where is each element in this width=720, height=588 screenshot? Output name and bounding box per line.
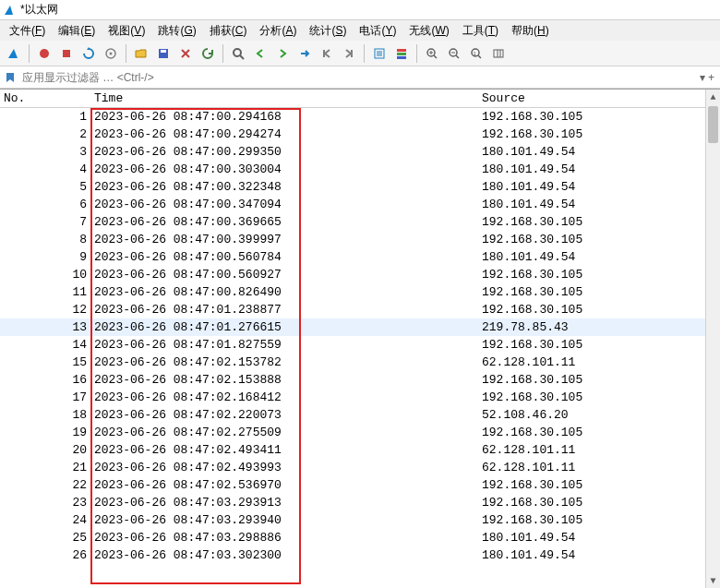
table-row[interactable]: 102023-06-26 08:47:00.560927192.168.30.1…	[0, 266, 720, 283]
cell-time: 2023-06-26 08:47:03.302300	[90, 548, 478, 562]
cell-time: 2023-06-26 08:47:02.153782	[90, 355, 478, 369]
packet-list-header: No. Time Source	[0, 90, 720, 108]
svg-point-6	[234, 49, 241, 56]
window-title: *以太网	[20, 2, 58, 18]
cell-source: 192.168.30.105	[478, 390, 720, 404]
scroll-up-arrow-icon[interactable]: ▲	[706, 90, 720, 104]
menu-item[interactable]: 电话(Y)	[354, 21, 402, 41]
menu-item[interactable]: 捕获(C)	[204, 21, 253, 41]
resize-columns-icon[interactable]	[488, 43, 509, 64]
table-row[interactable]: 132023-06-26 08:47:01.276615219.78.85.43	[0, 318, 720, 336]
menu-item[interactable]: 编辑(E)	[53, 21, 101, 41]
zoom-reset-icon[interactable]: 1	[466, 43, 486, 64]
save-icon[interactable]	[153, 43, 174, 64]
cell-source: 180.101.49.54	[478, 145, 720, 159]
restart-capture-icon[interactable]	[78, 43, 99, 64]
cell-source: 192.168.30.105	[478, 110, 720, 124]
table-row[interactable]: 22023-06-26 08:47:00.294274192.168.30.10…	[0, 126, 720, 143]
toolbar-separator	[222, 44, 223, 63]
prev-icon[interactable]	[250, 43, 270, 64]
table-row[interactable]: 182023-06-26 08:47:02.22007352.108.46.20	[0, 406, 720, 424]
table-row[interactable]: 242023-06-26 08:47:03.293940192.168.30.1…	[0, 511, 720, 529]
table-row[interactable]: 122023-06-26 08:47:01.238877192.168.30.1…	[0, 301, 720, 318]
table-row[interactable]: 162023-06-26 08:47:02.153888192.168.30.1…	[0, 371, 720, 389]
scrollbar-thumb[interactable]	[708, 106, 718, 143]
cell-no: 12	[0, 303, 90, 317]
table-row[interactable]: 72023-06-26 08:47:00.369665192.168.30.10…	[0, 213, 720, 231]
svg-rect-9	[397, 49, 406, 52]
menu-item[interactable]: 统计(S)	[304, 21, 352, 41]
table-row[interactable]: 52023-06-26 08:47:00.322348180.101.49.54	[0, 178, 720, 196]
column-header-time[interactable]: Time	[90, 91, 478, 105]
goto-icon[interactable]	[294, 43, 315, 64]
table-row[interactable]: 212023-06-26 08:47:02.49399362.128.101.1…	[0, 459, 720, 476]
cell-no: 22	[0, 478, 90, 492]
auto-scroll-icon[interactable]	[369, 43, 390, 64]
table-row[interactable]: 252023-06-26 08:47:03.298886180.101.49.5…	[0, 529, 720, 546]
svg-point-3	[110, 52, 113, 54]
table-row[interactable]: 12023-06-26 08:47:00.294168192.168.30.10…	[0, 108, 720, 126]
table-row[interactable]: 42023-06-26 08:47:00.303004180.101.49.54	[0, 161, 720, 178]
table-row[interactable]: 142023-06-26 08:47:01.827559192.168.30.1…	[0, 336, 720, 354]
zoom-out-icon[interactable]	[444, 43, 464, 64]
cell-no: 15	[0, 355, 90, 369]
cell-no: 20	[0, 443, 90, 457]
menu-bar: 文件(F)编辑(E)视图(V)跳转(G)捕获(C)分析(A)统计(S)电话(Y)…	[0, 20, 720, 41]
cell-source: 180.101.49.54	[478, 548, 720, 562]
menu-item[interactable]: 分析(A)	[254, 21, 302, 41]
menu-item[interactable]: 帮助(H)	[506, 21, 555, 41]
toolbar-separator	[364, 44, 365, 63]
filter-dropdown-icon[interactable]: ▾ +	[696, 71, 718, 84]
column-header-no[interactable]: No.	[0, 91, 90, 105]
menu-item[interactable]: 工具(T)	[457, 21, 504, 41]
table-row[interactable]: 112023-06-26 08:47:00.826490192.168.30.1…	[0, 283, 720, 301]
close-file-icon[interactable]	[175, 43, 196, 64]
capture-options-icon[interactable]	[101, 43, 121, 64]
menu-item[interactable]: 无线(W)	[403, 21, 454, 41]
column-header-source[interactable]: Source	[478, 91, 720, 105]
first-icon[interactable]	[317, 43, 337, 64]
vertical-scrollbar[interactable]: ▲ ▼	[705, 90, 720, 588]
cell-source: 192.168.30.105	[478, 285, 720, 299]
filter-bookmark-icon[interactable]	[2, 69, 18, 86]
start-capture-icon[interactable]	[34, 43, 54, 64]
table-row[interactable]: 192023-06-26 08:47:02.275509192.168.30.1…	[0, 424, 720, 441]
table-row[interactable]: 32023-06-26 08:47:00.299350180.101.49.54	[0, 143, 720, 161]
table-row[interactable]: 222023-06-26 08:47:02.536970192.168.30.1…	[0, 476, 720, 494]
svg-text:1: 1	[474, 50, 477, 55]
cell-no: 7	[0, 215, 90, 229]
table-row[interactable]: 152023-06-26 08:47:02.15378262.128.101.1…	[0, 354, 720, 371]
table-row[interactable]: 262023-06-26 08:47:03.302300180.101.49.5…	[0, 546, 720, 564]
cell-no: 2	[0, 127, 90, 141]
menu-item[interactable]: 文件(F)	[4, 21, 51, 41]
table-row[interactable]: 62023-06-26 08:47:00.347094180.101.49.54	[0, 196, 720, 213]
table-row[interactable]: 82023-06-26 08:47:00.399997192.168.30.10…	[0, 231, 720, 248]
stop-capture-icon[interactable]	[56, 43, 77, 64]
zoom-in-icon[interactable]	[422, 43, 442, 64]
table-row[interactable]: 172023-06-26 08:47:02.168412192.168.30.1…	[0, 389, 720, 406]
find-icon[interactable]	[228, 43, 248, 64]
menu-item[interactable]: 跳转(G)	[152, 21, 201, 41]
last-icon[interactable]	[339, 43, 359, 64]
menu-item[interactable]: 视图(V)	[102, 21, 150, 41]
cell-source: 62.128.101.11	[478, 443, 720, 457]
next-icon[interactable]	[272, 43, 293, 64]
table-row[interactable]: 202023-06-26 08:47:02.49341162.128.101.1…	[0, 441, 720, 459]
svg-rect-22	[494, 50, 503, 57]
display-filter-input[interactable]	[22, 68, 692, 87]
shark-fin-icon[interactable]	[4, 43, 24, 64]
reload-icon[interactable]	[198, 43, 218, 64]
cell-source: 62.128.101.11	[478, 461, 720, 474]
svg-point-0	[40, 49, 49, 58]
cell-time: 2023-06-26 08:47:00.299350	[90, 145, 478, 159]
table-row[interactable]: 92023-06-26 08:47:00.560784180.101.49.54	[0, 248, 720, 266]
scroll-down-arrow-icon[interactable]: ▼	[706, 573, 720, 588]
colorize-icon[interactable]	[391, 43, 412, 64]
cell-no: 23	[0, 496, 90, 510]
folder-open-icon[interactable]	[131, 43, 151, 64]
svg-rect-5	[161, 50, 166, 53]
cell-time: 2023-06-26 08:47:02.220073	[90, 408, 478, 422]
cell-no: 25	[0, 531, 90, 545]
table-row[interactable]: 232023-06-26 08:47:03.293913192.168.30.1…	[0, 494, 720, 511]
cell-no: 3	[0, 145, 90, 159]
